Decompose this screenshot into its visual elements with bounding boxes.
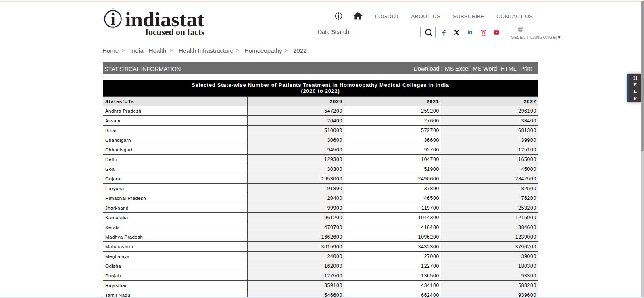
svg-text:i: i <box>110 10 115 28</box>
svg-text:i: i <box>338 13 340 19</box>
svg-text:in: in <box>467 29 472 35</box>
